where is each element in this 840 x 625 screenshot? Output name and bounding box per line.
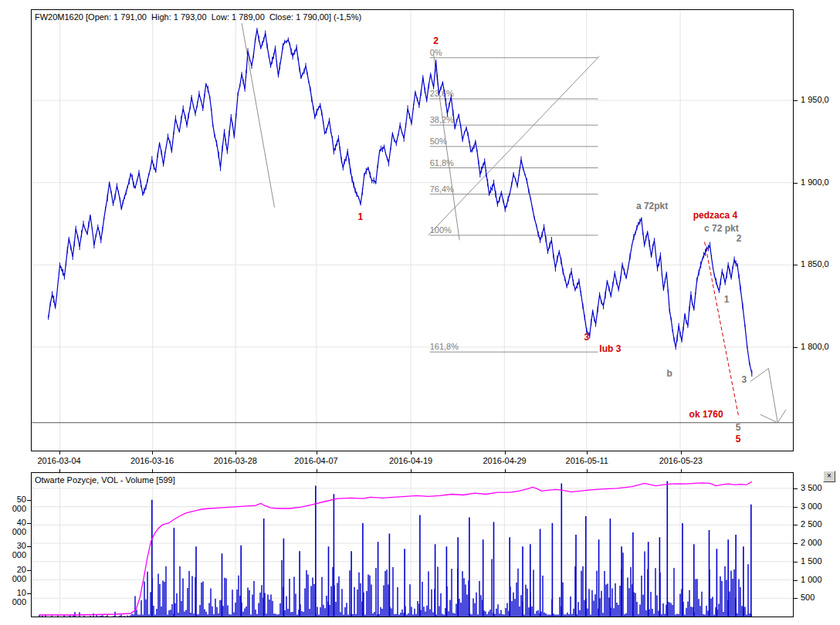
- price-panel-title: FW20M1620 [Open: 1 791,00 High: 1 793,00…: [35, 12, 361, 22]
- volume-panel-title: Otwarte Pozycje, VOL - Volume [599]: [35, 475, 175, 485]
- open-interest-axis-tick-mark: [794, 580, 798, 581]
- open-interest-axis-tick-label: 3 500: [801, 483, 822, 492]
- date-tick-mark-top: [411, 451, 412, 454]
- date-tick-mark-top: [317, 451, 317, 454]
- price-axis-tick-mark: [794, 347, 798, 348]
- annotation-5: 5: [736, 434, 741, 444]
- date-tick-mark-bottom: [681, 469, 682, 472]
- annotation-b: b: [667, 368, 672, 379]
- volume-grid: [32, 473, 793, 617]
- volume-axis-tick-mark: [27, 546, 31, 547]
- fib-level-label: 161,8%: [430, 342, 459, 351]
- volume-axis-tick-label: 20 000: [2, 565, 26, 583]
- open-interest-axis-tick-label: 3 000: [801, 502, 822, 511]
- fib-level-label: 0%: [430, 48, 442, 57]
- open-interest-axis-tick-label: 500: [801, 593, 815, 602]
- volume-axis-tick-label: 50 000: [2, 495, 26, 513]
- volume-axis-tick-mark: [27, 570, 31, 571]
- date-tick-label: 2016-04-07: [284, 456, 349, 465]
- price-axis-tick-mark: [794, 265, 798, 265]
- fib-level-label: 23,6%: [430, 89, 454, 98]
- date-tick-mark-top: [235, 451, 236, 454]
- date-tick-mark-bottom: [411, 469, 412, 472]
- date-tick-label: 2016-03-16: [120, 456, 185, 465]
- open-interest-axis-tick-mark: [794, 598, 798, 599]
- open-interest-axis-tick-label: 1 500: [801, 556, 822, 566]
- date-tick-mark-bottom: [59, 469, 60, 472]
- red-projection: [705, 242, 739, 417]
- chart-window: FW20M1620 [Open: 1 791,00 High: 1 793,00…: [0, 0, 840, 625]
- date-tick-mark-bottom: [235, 469, 236, 472]
- fib-level-label: 50%: [430, 137, 447, 146]
- open-interest-axis-tick-mark: [794, 525, 798, 525]
- annotation-1: 1: [724, 294, 730, 305]
- annotation-ok-1760: ok 1760: [689, 409, 723, 420]
- open-interest-axis-tick-label: 2 500: [801, 519, 822, 529]
- fib-level-label: 76,4%: [430, 184, 454, 194]
- volume-panel: Otwarte Pozycje, VOL - Volume [599]: [31, 472, 794, 617]
- date-tick-mark-top: [681, 451, 682, 454]
- open-interest-axis-tick-mark: [794, 562, 798, 562]
- annotation-lub-3: lub 3: [599, 343, 621, 354]
- fibonacci-retracement: 0%23,6%38,2%50%61,8%76,4%100%161,8%: [430, 48, 598, 352]
- rising-trendline: [428, 56, 600, 235]
- open-interest-axis-tick-label: 2 000: [801, 538, 822, 547]
- date-tick-mark-top: [152, 451, 153, 454]
- open-interest-axis-tick-mark: [794, 507, 798, 508]
- date-tick-mark-top: [59, 451, 60, 454]
- annotation-2: 2: [737, 233, 742, 244]
- volume-chart[interactable]: [32, 473, 793, 617]
- volume-axis-tick-mark: [27, 523, 31, 524]
- price-panel: FW20M1620 [Open: 1 791,00 High: 1 793,00…: [31, 9, 794, 451]
- price-axis-tick-label: 1 800,0: [801, 342, 829, 351]
- annotation-a-72pkt: a 72pkt: [636, 201, 668, 211]
- price-axis-tick-mark: [794, 183, 798, 184]
- volume-axis-tick-label: 30 000: [2, 541, 26, 559]
- annotation-1: 1: [358, 211, 364, 222]
- price-axis-tick-mark: [794, 100, 798, 101]
- date-tick-mark-bottom: [317, 469, 317, 472]
- close-button[interactable]: ×: [823, 471, 835, 482]
- annotation-pedzaca-4: pedzaca 4: [693, 210, 738, 221]
- date-tick-mark-bottom: [587, 469, 588, 472]
- date-tick-mark-bottom: [505, 469, 506, 472]
- date-tick-label: 2016-04-29: [472, 456, 537, 465]
- price-axis-tick-label: 1 950,0: [801, 95, 829, 104]
- price-grid: [32, 10, 793, 451]
- fib-level-label: 61,8%: [430, 158, 454, 167]
- annotation-3: 3: [742, 374, 747, 385]
- date-tick-label: 2016-03-28: [203, 456, 268, 465]
- open-interest-axis-tick-mark: [794, 543, 798, 544]
- date-tick-label: 2016-04-19: [378, 456, 443, 465]
- date-tick-mark-bottom: [152, 469, 153, 472]
- volume-axis-tick-label: 40 000: [2, 518, 26, 536]
- date-tick-label: 2016-03-04: [27, 456, 92, 465]
- annotation-3: 3: [584, 332, 589, 343]
- down-arrow: [750, 368, 786, 422]
- annotation-5: 5: [736, 422, 741, 433]
- date-tick-label: 2016-05-11: [554, 456, 619, 465]
- volume-bars: [38, 552, 751, 617]
- annotation-2: 2: [433, 35, 439, 46]
- volume-axis-tick-label: 10 000: [2, 588, 26, 606]
- date-tick-label: 2016-05-23: [649, 456, 713, 465]
- volume-axis-tick-mark: [27, 593, 31, 594]
- steep-trendline: [242, 23, 274, 208]
- date-tick-mark-top: [587, 451, 588, 454]
- annotation-c-72-pkt: c 72 pkt: [704, 223, 739, 234]
- open-interest-axis-tick-label: 1 000: [801, 575, 822, 584]
- date-tick-mark-top: [505, 451, 506, 454]
- volume-axis-tick-mark: [27, 500, 31, 501]
- price-axis-tick-label: 1 850,0: [801, 259, 829, 269]
- price-axis-tick-label: 1 900,0: [801, 177, 829, 187]
- open-interest-axis-tick-mark: [794, 488, 798, 489]
- price-chart[interactable]: 0%23,6%38,2%50%61,8%76,4%100%161,8%213lu…: [32, 10, 793, 451]
